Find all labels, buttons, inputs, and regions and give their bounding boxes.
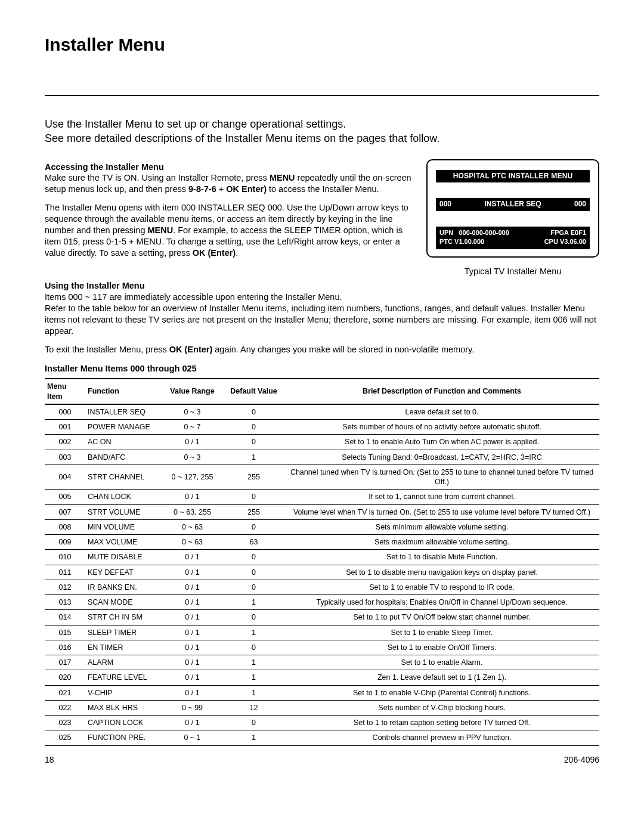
using-para-3: To exit the Installer Menu, press OK (En… <box>45 344 599 355</box>
cell-menu-item: 000 <box>45 404 85 420</box>
table-row: 020FEATURE LEVEL0 / 11Zen 1. Leave defau… <box>45 670 599 685</box>
cell-description: Set to 1 to enable Alarm. <box>284 655 599 670</box>
cell-menu-item: 003 <box>45 450 85 465</box>
table-row: 001POWER MANAGE0 ~ 70Sets number of hour… <box>45 420 599 435</box>
cell-menu-item: 004 <box>45 465 85 490</box>
cell-menu-item: 009 <box>45 535 85 550</box>
tv-menu-title: HOSPITAL PTC INSTALLER MENU <box>436 170 590 183</box>
intro-line-2: See more detailed descriptions of the In… <box>45 131 599 145</box>
table-heading: Installer Menu Items 000 through 025 <box>45 363 599 374</box>
cell-description: Set to 1 to enable V-Chip (Parental Cont… <box>284 685 599 700</box>
table-row: 000INSTALLER SEQ0 ~ 30Leave default set … <box>45 404 599 420</box>
table-row: 014STRT CH IN SM0 / 10Set to 1 to put TV… <box>45 610 599 625</box>
cell-value-range: 0 / 1 <box>162 685 223 700</box>
cell-default-value: 0 <box>223 404 284 420</box>
cell-menu-item: 005 <box>45 490 85 504</box>
tv-caption: Typical TV Installer Menu <box>426 266 599 277</box>
cell-description: Volume level when TV is turned On. (Set … <box>284 504 599 519</box>
cell-function: POWER MANAGE <box>85 420 162 435</box>
cell-value-range: 0 ~ 3 <box>162 404 223 420</box>
table-row: 013SCAN MODE0 / 11Typically used for hos… <box>45 595 599 610</box>
cell-description: Controls channel preview in PPV function… <box>284 730 599 745</box>
intro-line-1: Use the Installer Menu to set up or chan… <box>45 117 599 131</box>
tv-menu-item-row: 000 INSTALLER SEQ 000 <box>436 198 590 211</box>
cell-function: MIN VOLUME <box>85 519 162 534</box>
cell-menu-item: 015 <box>45 625 85 640</box>
cell-value-range: 0 / 1 <box>162 490 223 504</box>
cell-description: Sets number of V-Chip blocking hours. <box>284 700 599 715</box>
cell-description: Sets maximum allowable volume setting. <box>284 535 599 550</box>
cell-value-range: 0 / 1 <box>162 580 223 594</box>
cell-default-value: 1 <box>223 595 284 610</box>
th-description: Brief Description of Function and Commen… <box>284 379 599 404</box>
cell-menu-item: 021 <box>45 685 85 700</box>
doc-number: 206-4096 <box>564 754 599 765</box>
cell-value-range: 0 / 1 <box>162 595 223 610</box>
cell-value-range: 0 / 1 <box>162 565 223 580</box>
table-row: 005CHAN LOCK0 / 10If set to 1, cannot tu… <box>45 490 599 504</box>
table-row: 008MIN VOLUME0 ~ 630Sets minimum allowab… <box>45 519 599 534</box>
tv-menu-screenshot: HOSPITAL PTC INSTALLER MENU 000 INSTALLE… <box>426 159 599 258</box>
cell-function: MUTE DISABLE <box>85 550 162 565</box>
cell-value-range: 0 ~ 127, 255 <box>162 465 223 490</box>
cell-menu-item: 014 <box>45 610 85 625</box>
table-row: 002AC ON0 / 10Set to 1 to enable Auto Tu… <box>45 435 599 450</box>
cell-value-range: 0 / 1 <box>162 625 223 640</box>
cell-function: STRT CHANNEL <box>85 465 162 490</box>
cell-default-value: 0 <box>223 490 284 504</box>
cell-menu-item: 010 <box>45 550 85 565</box>
cell-value-range: 0 / 1 <box>162 716 223 730</box>
cell-value-range: 0 / 1 <box>162 610 223 625</box>
th-menu-item: Menu Item <box>45 379 85 404</box>
th-function: Function <box>85 379 162 404</box>
table-row: 012IR BANKS EN.0 / 10Set to 1 to enable … <box>45 580 599 594</box>
table-row: 003BAND/AFC0 ~ 31Selects Tuning Band: 0=… <box>45 450 599 465</box>
cell-function: SLEEP TIMER <box>85 625 162 640</box>
table-row: 017ALARM0 / 11Set to 1 to enable Alarm. <box>45 655 599 670</box>
using-para-2: Refer to the table below for an overview… <box>45 303 599 337</box>
cell-default-value: 0 <box>223 550 284 565</box>
th-default-value: Default Value <box>223 379 284 404</box>
cell-menu-item: 023 <box>45 716 85 730</box>
accessing-para-1: Make sure the TV is ON. Using an Install… <box>45 172 411 195</box>
cell-description: Sets number of hours of no activity befo… <box>284 420 599 435</box>
cell-value-range: 0 ~ 63 <box>162 519 223 534</box>
cell-function: CAPTION LOCK <box>85 716 162 730</box>
cell-default-value: 0 <box>223 640 284 655</box>
cell-menu-item: 012 <box>45 580 85 594</box>
cell-function: AC ON <box>85 435 162 450</box>
cell-function: STRT CH IN SM <box>85 610 162 625</box>
cell-default-value: 0 <box>223 435 284 450</box>
cell-menu-item: 022 <box>45 700 85 715</box>
cell-menu-item: 008 <box>45 519 85 534</box>
cell-function: FUNCTION PRE. <box>85 730 162 745</box>
cell-default-value: 255 <box>223 465 284 490</box>
cell-default-value: 1 <box>223 730 284 745</box>
cell-description: Set to 1 to retain caption setting befor… <box>284 716 599 730</box>
cell-description: Set to 1 to enable Sleep Timer. <box>284 625 599 640</box>
cell-menu-item: 017 <box>45 655 85 670</box>
cell-function: STRT VOLUME <box>85 504 162 519</box>
cell-menu-item: 025 <box>45 730 85 745</box>
cell-default-value: 1 <box>223 450 284 465</box>
cell-description: Leave default set to 0. <box>284 404 599 420</box>
cell-default-value: 1 <box>223 670 284 685</box>
cell-function: INSTALLER SEQ <box>85 404 162 420</box>
cell-description: Typically used for hospitals: Enables On… <box>284 595 599 610</box>
cell-value-range: 0 / 1 <box>162 435 223 450</box>
table-row: 022MAX BLK HRS0 ~ 9912Sets number of V-C… <box>45 700 599 715</box>
cell-function: CHAN LOCK <box>85 490 162 504</box>
cell-value-range: 0 ~ 3 <box>162 450 223 465</box>
cell-description: Selects Tuning Band: 0=Broadcast, 1=CATV… <box>284 450 599 465</box>
table-header-row: Menu Item Function Value Range Default V… <box>45 379 599 404</box>
cell-default-value: 0 <box>223 519 284 534</box>
th-value-range: Value Range <box>162 379 223 404</box>
cell-value-range: 0 ~ 99 <box>162 700 223 715</box>
page-footer: 18 206-4096 <box>45 754 599 765</box>
cell-function: BAND/AFC <box>85 450 162 465</box>
table-row: 025FUNCTION PRE.0 ~ 11Controls channel p… <box>45 730 599 745</box>
cell-description: Channel tuned when TV is turned On. (Set… <box>284 465 599 490</box>
cell-default-value: 255 <box>223 504 284 519</box>
cell-description: Zen 1. Leave default set to 1 (1 Zen 1). <box>284 670 599 685</box>
cell-function: ALARM <box>85 655 162 670</box>
